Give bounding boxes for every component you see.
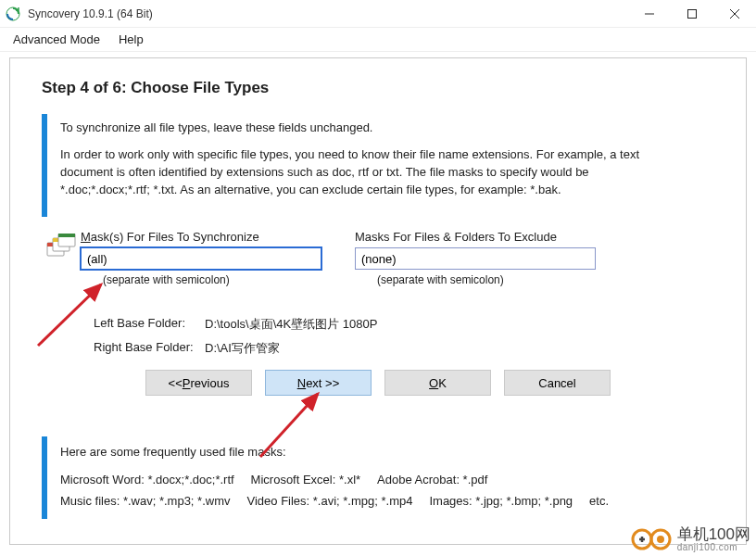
page-title: Step 4 of 6: Choose File Types [42, 79, 714, 97]
wizard-panel: Step 4 of 6: Choose File Types To synchr… [9, 57, 747, 545]
example-acrobat: Adobe Acrobat: *.pdf [377, 470, 487, 490]
base-folders: Left Base Folder: D:\tools\桌面\4K壁纸图片 108… [94, 316, 714, 357]
window-controls [628, 0, 756, 27]
ok-button[interactable]: OK [384, 370, 491, 396]
filetype-icon [42, 230, 81, 286]
left-folder-label: Left Base Folder: [94, 316, 205, 333]
svg-rect-10 [58, 234, 75, 237]
menu-advanced-mode[interactable]: Advanced Mode [4, 30, 109, 49]
wizard-buttons: << Previous Next >> OK Cancel [42, 370, 714, 396]
exclude-mask-group: Masks For Files & Folders To Exclude (se… [355, 230, 596, 286]
left-folder-value: D:\tools\桌面\4K壁纸图片 1080P [205, 316, 377, 333]
example-etc: etc. [589, 491, 609, 512]
right-folder-label: Right Base Folder: [94, 340, 205, 357]
svg-point-17 [657, 536, 664, 543]
minimize-button[interactable] [628, 0, 671, 27]
examples-heading: Here are some frequently used file masks… [60, 442, 609, 462]
sync-mask-group: Mask(s) For Files To Synchronize (separa… [81, 230, 321, 286]
svg-line-11 [38, 284, 101, 346]
maximize-button[interactable] [671, 0, 713, 27]
close-button[interactable] [713, 0, 756, 27]
example-excel: Microsoft Excel: *.xl* [251, 470, 360, 490]
app-icon [6, 6, 20, 21]
right-folder-value: D:\AI写作管家 [205, 340, 280, 357]
watermark: 单机100网 danji100.com [631, 526, 750, 552]
cancel-button[interactable]: Cancel [504, 370, 611, 396]
examples-block: Here are some frequently used file masks… [42, 436, 714, 518]
sync-mask-hint: (separate with semicolon) [81, 273, 321, 286]
example-video: Video Files: *.avi; *.mpg; *.mp4 [247, 491, 413, 512]
example-images: Images: *.jpg; *.bmp; *.png [429, 491, 573, 512]
previous-button[interactable]: << Previous [145, 370, 252, 396]
exclude-mask-input[interactable] [355, 247, 596, 270]
svg-rect-2 [688, 9, 697, 18]
example-music: Music files: *.wav; *.mp3; *.wmv [60, 491, 231, 512]
intro-line2: In order to work only with specific file… [60, 146, 677, 199]
accent-bar [42, 436, 47, 518]
intro-block: To synchronize all file types, leave the… [42, 114, 714, 217]
title-bar: Syncovery 10.9.1 (64 Bit) [0, 0, 756, 28]
menu-help[interactable]: Help [109, 30, 153, 49]
exclude-mask-hint: (separate with semicolon) [355, 273, 596, 286]
menu-bar: Advanced Mode Help [0, 28, 756, 52]
exclude-mask-label: Masks For Files & Folders To Exclude [355, 230, 596, 244]
example-word: Microsoft Word: *.docx;*.doc;*.rtf [60, 470, 234, 490]
accent-bar [42, 114, 47, 217]
intro-line1: To synchronize all file types, leave the… [60, 120, 677, 137]
watermark-logo-icon [631, 526, 672, 552]
watermark-url: danji100.com [677, 542, 750, 552]
mask-section: Mask(s) For Files To Synchronize (separa… [42, 230, 714, 286]
next-button[interactable]: Next >> [265, 370, 372, 396]
window-title: Syncovery 10.9.1 (64 Bit) [28, 7, 628, 20]
watermark-name: 单机100网 [677, 526, 750, 542]
sync-mask-input[interactable] [81, 247, 321, 270]
sync-mask-label: Mask(s) For Files To Synchronize [81, 230, 321, 244]
